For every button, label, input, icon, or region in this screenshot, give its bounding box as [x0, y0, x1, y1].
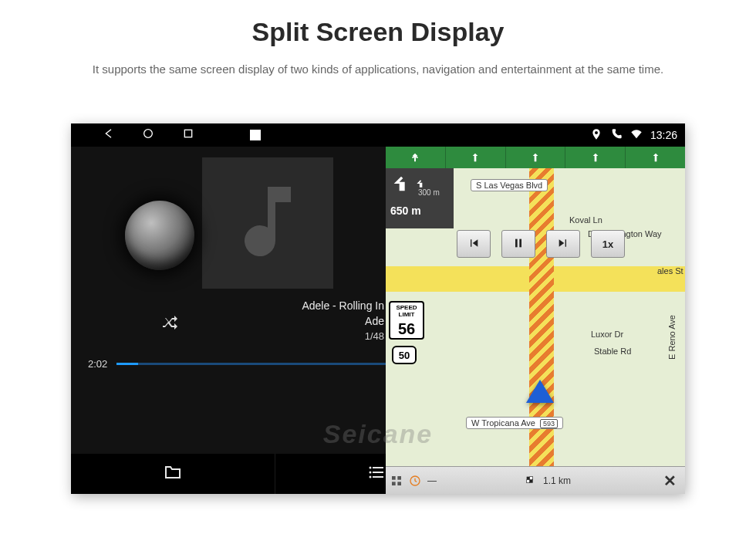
svg-rect-1	[184, 130, 191, 137]
wifi-icon	[630, 128, 643, 143]
svg-rect-6	[535, 155, 537, 161]
lane-arrow	[565, 147, 625, 168]
speed-label: 1x	[602, 238, 613, 250]
app-indicator-icon	[250, 130, 261, 140]
progress-fill	[116, 363, 138, 365]
progress-row: 2:02	[88, 358, 386, 370]
lane-arrow	[386, 147, 445, 168]
lane-arrow	[625, 147, 685, 168]
track-info: Adele - Rolling In Ade 1/48	[207, 298, 384, 343]
music-pane: Adele - Rolling In Ade 1/48 2:02	[71, 147, 386, 454]
next-turn-distance: 300 m	[418, 188, 449, 197]
current-turn-distance: 650 m	[390, 205, 449, 217]
close-icon: ✕	[663, 472, 677, 490]
lane-guidance-strip	[386, 147, 685, 168]
svg-rect-8	[654, 155, 656, 161]
playback-speed-button[interactable]: 1x	[591, 230, 625, 258]
street-label: S Las Vegas Blvd	[471, 179, 548, 191]
location-icon	[590, 128, 602, 143]
svg-rect-9	[515, 238, 518, 247]
music-note-icon	[221, 175, 314, 271]
folder-icon	[161, 463, 184, 485]
svg-rect-13	[392, 482, 396, 485]
back-icon[interactable]	[102, 127, 114, 143]
browse-button[interactable]	[71, 454, 275, 494]
eta-clock-icon	[409, 475, 421, 487]
status-tray: 13:26	[590, 128, 677, 143]
svg-point-0	[144, 130, 153, 138]
eta-time: —	[427, 475, 437, 486]
shuffle-button[interactable]	[159, 313, 182, 335]
speed-limit-sign: SPEED LIMIT 56	[389, 301, 424, 340]
shuffle-icon	[159, 321, 182, 334]
street-label: Stable Rd	[589, 346, 636, 357]
device-frame: 13:26 Adele - Rolling In Ade 1/48 2:02	[71, 123, 685, 494]
svg-rect-5	[474, 155, 477, 161]
svg-point-3	[370, 472, 372, 474]
album-art	[202, 157, 333, 289]
route-overlay	[529, 168, 554, 494]
street-label: W Tropicana Ave 593	[466, 417, 563, 429]
pause-icon	[512, 237, 525, 252]
svg-rect-16	[527, 476, 530, 479]
page-title: Split Screen Display	[0, 17, 756, 47]
recent-apps-icon[interactable]	[182, 127, 194, 143]
lane-arrow	[505, 147, 565, 168]
track-title: Adele - Rolling In	[207, 298, 384, 313]
remaining-distance: 1.1 km	[543, 475, 571, 486]
destination-icon	[525, 475, 537, 487]
pause-button[interactable]	[501, 230, 535, 258]
previous-icon	[467, 237, 480, 252]
next-icon	[557, 237, 569, 252]
progress-slider[interactable]	[116, 363, 386, 365]
svg-point-2	[370, 467, 372, 469]
nav-close-button[interactable]: ✕	[659, 470, 680, 492]
nav-menu-button[interactable]	[390, 475, 403, 487]
svg-rect-7	[594, 155, 596, 161]
street-label: Koval Ln	[565, 215, 607, 225]
svg-rect-17	[530, 476, 533, 479]
turn-left-icon	[390, 173, 412, 196]
elapsed-time: 2:02	[88, 358, 107, 370]
street-label: E Reno Ave	[667, 310, 677, 364]
speed-limit-value: 56	[390, 320, 423, 337]
highway-shield: 50	[392, 346, 417, 364]
svg-point-4	[370, 476, 372, 478]
skip-back-button[interactable]	[457, 230, 491, 258]
street-label: ales St	[653, 265, 685, 276]
vehicle-cursor-icon	[526, 380, 554, 403]
svg-rect-14	[397, 482, 401, 485]
svg-rect-12	[397, 476, 401, 480]
nav-buttons-left	[102, 127, 261, 143]
nav-footer-bar: — 1.1 km ✕	[386, 466, 685, 494]
joystick-control[interactable]	[125, 201, 194, 270]
svg-rect-10	[519, 238, 521, 247]
phone-icon	[610, 128, 623, 143]
lane-arrow	[445, 147, 505, 168]
skip-forward-button[interactable]	[546, 230, 580, 258]
page-subtitle: It supports the same screen display of t…	[0, 61, 756, 79]
navigation-pane: S Las Vegas Blvd Koval Ln Duke Ellington…	[386, 147, 685, 494]
video-controls-overlay: 1x	[457, 230, 625, 258]
track-artist: Ade	[207, 313, 384, 329]
svg-rect-19	[530, 479, 533, 482]
svg-rect-11	[392, 476, 396, 480]
clock-text: 13:26	[650, 129, 677, 141]
turn-guidance-panel: 300 m 650 m	[386, 168, 454, 228]
street-label: Luxor Dr	[586, 329, 628, 340]
svg-rect-18	[527, 479, 530, 482]
home-icon[interactable]	[142, 127, 154, 143]
track-index: 1/48	[207, 330, 384, 344]
status-bar: 13:26	[71, 123, 685, 147]
